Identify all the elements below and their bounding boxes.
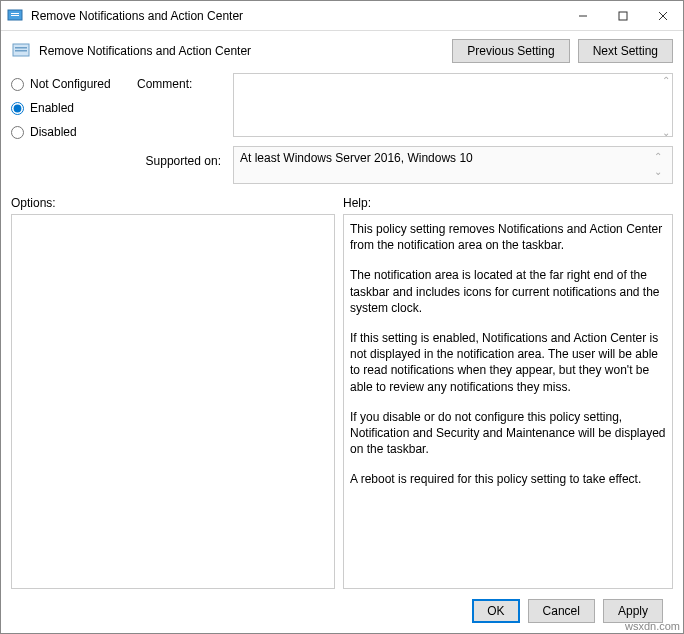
comment-label: Comment: <box>137 73 227 91</box>
help-label: Help: <box>343 196 673 210</box>
supported-on-label: Supported on: <box>137 146 227 168</box>
cancel-button[interactable]: Cancel <box>528 599 595 623</box>
comment-scroll: ⌃⌄ <box>662 75 670 138</box>
radio-enabled-input[interactable] <box>11 102 24 115</box>
ok-button[interactable]: OK <box>472 599 519 623</box>
help-text: If this setting is enabled, Notification… <box>350 330 666 395</box>
supported-scroll: ⌃⌄ <box>650 151 666 177</box>
radio-disabled-label: Disabled <box>30 125 77 139</box>
comment-input[interactable] <box>233 73 673 137</box>
radio-not-configured-input[interactable] <box>11 78 24 91</box>
close-button[interactable] <box>643 1 683 31</box>
help-panel[interactable]: This policy setting removes Notification… <box>343 214 673 589</box>
radio-disabled[interactable]: Disabled <box>11 125 131 139</box>
help-text: A reboot is required for this policy set… <box>350 471 666 487</box>
svg-rect-8 <box>15 47 27 49</box>
options-panel[interactable] <box>11 214 335 589</box>
radio-not-configured-label: Not Configured <box>30 77 111 91</box>
policy-window: Remove Notifications and Action Center R… <box>0 0 684 634</box>
app-icon <box>7 8 23 24</box>
radio-enabled-label: Enabled <box>30 101 74 115</box>
supported-on-box: At least Windows Server 2016, Windows 10… <box>233 146 673 184</box>
help-text: This policy setting removes Notification… <box>350 221 666 253</box>
header-title: Remove Notifications and Action Center <box>39 44 251 58</box>
radio-not-configured[interactable]: Not Configured <box>11 77 131 91</box>
options-label: Options: <box>11 196 335 210</box>
svg-rect-9 <box>15 50 27 52</box>
state-radios: Not Configured Enabled Disabled <box>11 73 131 139</box>
svg-rect-1 <box>11 13 19 14</box>
svg-rect-4 <box>619 12 627 20</box>
footer: OK Cancel Apply <box>11 589 673 633</box>
previous-setting-button[interactable]: Previous Setting <box>452 39 569 63</box>
header: Remove Notifications and Action Center P… <box>1 31 683 67</box>
radio-enabled[interactable]: Enabled <box>11 101 131 115</box>
next-setting-button[interactable]: Next Setting <box>578 39 673 63</box>
radio-disabled-input[interactable] <box>11 126 24 139</box>
policy-icon <box>11 41 31 61</box>
window-controls <box>563 1 683 31</box>
supported-on-text: At least Windows Server 2016, Windows 10 <box>240 151 473 165</box>
maximize-button[interactable] <box>603 1 643 31</box>
svg-rect-2 <box>11 15 19 16</box>
window-title: Remove Notifications and Action Center <box>29 9 563 23</box>
help-text: The notification area is located at the … <box>350 267 666 316</box>
minimize-button[interactable] <box>563 1 603 31</box>
content: Not Configured Enabled Disabled Comment:… <box>1 67 683 633</box>
help-text: If you disable or do not configure this … <box>350 409 666 458</box>
watermark: wsxdn.com <box>625 620 680 632</box>
titlebar: Remove Notifications and Action Center <box>1 1 683 31</box>
